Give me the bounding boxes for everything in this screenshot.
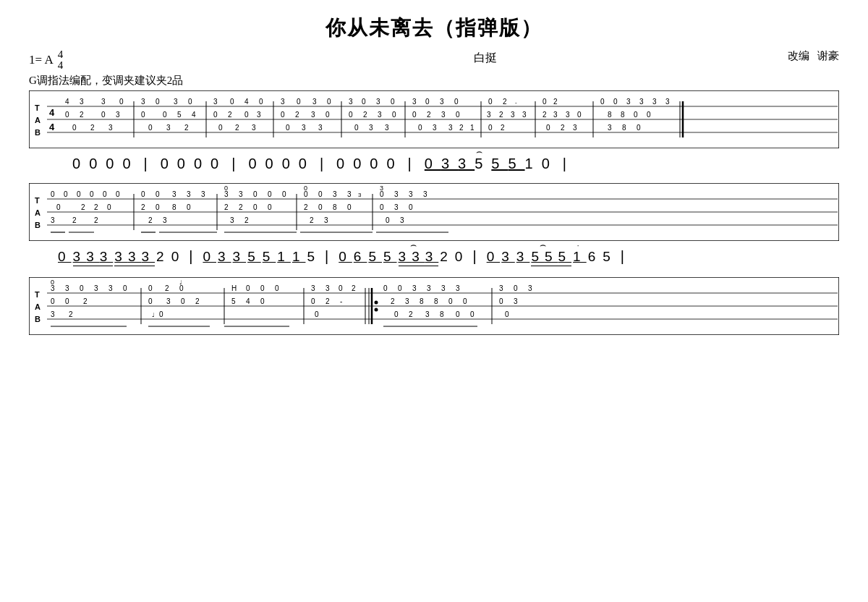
svg-text:3: 3	[665, 98, 670, 106]
svg-text:8: 8	[608, 111, 612, 119]
svg-text:1: 1	[470, 124, 475, 132]
note-4-4: 0	[386, 156, 403, 172]
tab-staff-2: T A B 0 0 0 0 0 0 0 2 2 0 3 2 2 0 0 3 3 …	[29, 183, 839, 241]
svg-text:0: 0	[380, 203, 384, 211]
svg-text:3: 3	[116, 111, 120, 119]
note-3-4: 0	[299, 156, 315, 172]
svg-text:A: A	[35, 116, 41, 124]
svg-text:0: 0	[148, 124, 153, 132]
svg-text:3: 3	[441, 284, 446, 292]
svg-text:0: 0	[409, 203, 413, 211]
svg-text:2: 2	[224, 203, 229, 211]
svg-text:3: 3	[358, 192, 362, 198]
svg-text:3: 3	[166, 297, 171, 305]
svg-text:0: 0	[577, 111, 582, 119]
svg-text:2: 2	[90, 124, 95, 132]
svg-text:0: 0	[380, 190, 384, 198]
svg-text:0: 0	[318, 203, 323, 211]
svg-text:3: 3	[376, 98, 380, 106]
svg-text:0: 0	[318, 190, 323, 198]
svg-text:0: 0	[268, 190, 272, 198]
notation-row-1: 0 0 0 0 | 0 0 0 0 | 0 0 0 0 | 0 0 0 0 | …	[29, 148, 839, 179]
svg-text:2: 2	[72, 216, 77, 224]
svg-text:0: 0	[383, 284, 388, 292]
svg-text:0: 0	[72, 124, 77, 132]
svg-text:T: T	[35, 290, 40, 299]
svg-text:0: 0	[51, 297, 55, 305]
svg-text:0: 0	[253, 190, 258, 198]
g1-n2: 3	[73, 249, 87, 265]
svg-text:0: 0	[542, 98, 547, 106]
svg-text:3: 3	[257, 111, 261, 119]
capo-note: G调指法编配，变调夹建议夹2品	[29, 74, 183, 88]
svg-text:0: 0	[425, 98, 430, 106]
svg-text:5: 5	[177, 111, 182, 119]
svg-text:2: 2	[352, 284, 356, 292]
svg-text:0: 0	[339, 284, 343, 292]
svg-text:0: 0	[259, 98, 263, 106]
g3-n9: 0	[455, 249, 469, 265]
svg-text:2: 2	[228, 111, 232, 119]
svg-text:3: 3	[412, 98, 417, 106]
svg-text:3: 3	[224, 190, 229, 198]
svg-text:3: 3	[239, 190, 243, 198]
time-denominator: 4	[58, 60, 64, 71]
bar-2: |	[189, 248, 198, 265]
svg-text:3: 3	[230, 216, 234, 224]
svg-text:0: 0	[80, 284, 84, 292]
svg-text:3: 3	[412, 284, 417, 292]
key-label: 1= A	[29, 53, 54, 67]
svg-text:0: 0	[181, 297, 185, 305]
svg-text:0: 0	[398, 284, 402, 292]
g2-n1: 0	[203, 249, 216, 265]
svg-text:3: 3	[65, 284, 69, 292]
g1-n9: 0	[171, 249, 185, 265]
svg-text:0: 0	[326, 111, 330, 119]
svg-text:0: 0	[297, 98, 301, 106]
svg-text:3: 3	[252, 124, 256, 132]
svg-text:2: 2	[244, 216, 249, 224]
g2-n5: 5	[263, 249, 276, 265]
svg-text:0: 0	[514, 284, 518, 292]
g2-n2: 3	[218, 249, 231, 265]
g2-n6: 1	[277, 249, 291, 265]
svg-text:0: 0	[392, 111, 396, 119]
svg-text:0: 0	[56, 203, 61, 211]
svg-text:0: 0	[179, 284, 184, 292]
svg-text:5: 5	[231, 297, 236, 305]
g2-n7: 1	[292, 249, 306, 265]
g1-n8: 2	[156, 249, 170, 265]
svg-text:3: 3	[166, 124, 171, 132]
g3-n3: 5	[368, 249, 382, 265]
svg-text:0: 0	[159, 310, 163, 318]
g3-n7: 3	[425, 249, 439, 265]
svg-text:0: 0	[600, 98, 605, 106]
svg-text:3: 3	[163, 216, 167, 224]
svg-text:0: 0	[418, 124, 422, 132]
svg-text:0: 0	[391, 98, 395, 106]
svg-text:0: 0	[362, 98, 366, 106]
svg-text:3: 3	[441, 111, 446, 119]
svg-text:2: 2	[409, 310, 413, 318]
svg-text:0: 0	[156, 190, 160, 198]
note-1-1: 0	[72, 156, 89, 172]
svg-text:4: 4	[244, 98, 249, 106]
svg-text:0: 0	[65, 297, 69, 305]
svg-text:2: 2	[553, 98, 558, 106]
bar-line-1: |	[144, 156, 156, 172]
note-3-2: 0	[265, 156, 282, 172]
g1-n7: 3	[141, 249, 155, 265]
note-3-1: 0	[248, 156, 265, 172]
svg-text:3: 3	[302, 124, 306, 132]
svg-text:3: 3	[608, 124, 612, 132]
svg-text:3: 3	[378, 111, 382, 119]
svg-text:0: 0	[311, 297, 315, 305]
svg-text:3: 3	[652, 98, 657, 106]
svg-text:0: 0	[51, 190, 55, 198]
svg-text:2: 2	[195, 297, 200, 305]
svg-text:2: 2	[561, 124, 565, 132]
svg-text:3: 3	[427, 284, 431, 292]
svg-text:3: 3	[318, 124, 323, 132]
svg-text:0: 0	[218, 124, 223, 132]
svg-text:0: 0	[349, 111, 353, 119]
